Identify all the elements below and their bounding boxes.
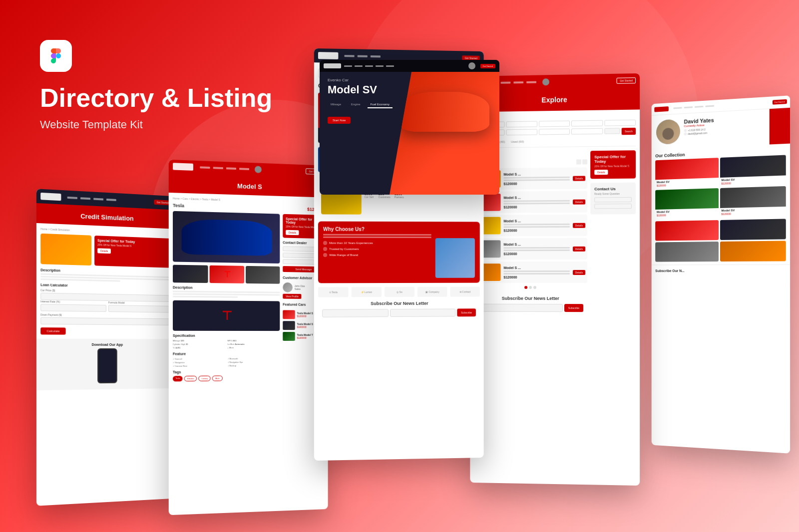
inv-details-3: Model S ... $120000 — [504, 219, 570, 232]
page-dot-2[interactable] — [529, 286, 532, 289]
spec-item: Mileage 120 — [173, 339, 226, 342]
filter-search-input[interactable] — [604, 128, 620, 134]
down-payment-input[interactable] — [40, 317, 171, 325]
model-s-nav-links — [200, 166, 249, 170]
explore-subscribe-btn[interactable]: Subscribe — [564, 304, 583, 312]
contact-us-email[interactable] — [594, 204, 632, 209]
calculate-btn[interactable]: Calculate — [40, 327, 65, 335]
david-newsletter: Subscribe Our N... — [652, 265, 790, 279]
sv-start-btn[interactable]: Start Now — [328, 117, 351, 124]
credit-nav-logo — [40, 193, 61, 201]
tag-luxury[interactable]: Luxury — [199, 376, 211, 381]
tag-tesla[interactable]: Tesla — [173, 376, 183, 381]
newsletter-last-name[interactable] — [390, 308, 455, 317]
david-nav-cta[interactable]: Get Started — [772, 99, 787, 105]
inv-offer-btn[interactable]: Details — [594, 170, 608, 175]
inv-specs-2 — [504, 200, 570, 204]
model-s-content: Home > Cars > Electric > Tesla > Model S… — [169, 193, 328, 389]
inv-specs-4 — [504, 247, 570, 251]
advisor-role: Sales — [295, 287, 305, 290]
sv-tab-engine[interactable]: Engine — [348, 101, 364, 108]
filter-model[interactable] — [506, 121, 537, 127]
explore-newsletter-input[interactable] — [478, 304, 563, 312]
view-profile-btn[interactable]: View Profile — [283, 294, 301, 299]
page-dot-3[interactable] — [533, 286, 536, 289]
model-s-header-title: Model S — [173, 180, 324, 193]
loan-calculator-section: Car Price ($) Interest Rate (%) Formula … — [40, 288, 171, 335]
filter-condition[interactable] — [539, 121, 570, 127]
explore-newsletter-title: Subscribe Our News Letter — [478, 296, 583, 301]
filter-transmission[interactable] — [571, 120, 603, 127]
model-s-logo — [173, 163, 193, 171]
sv-tab-mileage[interactable]: Mileage — [328, 101, 344, 108]
ms-offer-btn[interactable]: Details — [286, 230, 299, 236]
list-view-icon[interactable] — [582, 159, 587, 164]
credit-offer-btn[interactable]: Details — [97, 248, 111, 254]
filter-apply-btn[interactable]: Search — [622, 128, 636, 135]
model-s-thumb-grid: ⊤ — [173, 265, 280, 284]
spec-item: Le Mort Automatic — [227, 343, 280, 345]
why-item-1: More than 10 Years Experiences — [323, 241, 431, 245]
collection-nav-logo — [318, 52, 338, 59]
tag-ev[interactable]: Electric — [184, 376, 197, 381]
explore-nav-btn[interactable]: Get Started — [617, 77, 636, 84]
loan-mid-row: Interest Rate (%) Formula Model — [40, 300, 171, 313]
model-s-hero-img — [173, 211, 280, 264]
inv-special-offer: Special Offer for Today 20% Off for New … — [590, 150, 636, 179]
page-dot-1[interactable] — [524, 286, 527, 289]
feature-item: ✓ Navigation — [173, 361, 226, 364]
brand-1: ⊙ Tesla — [318, 287, 349, 297]
interest-input[interactable] — [40, 304, 106, 312]
sv-avatar — [468, 62, 475, 69]
why-desc-line — [323, 237, 431, 238]
filter-trim[interactable] — [506, 129, 537, 135]
spec-line — [504, 200, 570, 202]
brand-4: ▣ Company — [417, 287, 447, 297]
inv-btn-1[interactable]: Details — [573, 176, 585, 181]
sv-cta-nav-btn[interactable]: Get Started — [480, 64, 495, 68]
inv-btn-3[interactable]: Details — [573, 223, 585, 228]
david-car-grid: Model SV $120000 Model SV $120000 Model … — [652, 155, 790, 219]
feature-item: ✓ Bluetooth — [227, 357, 280, 360]
spec-grid: Mileage 120 MPG 24.5 Cylinder High 10 Le… — [173, 339, 280, 349]
contact-us-name[interactable] — [594, 197, 632, 203]
spec-item: Cylinder High 10 — [173, 343, 226, 345]
david-nav-link — [705, 105, 714, 107]
spec-line — [504, 272, 570, 274]
tag-auto[interactable]: Auto — [212, 375, 222, 381]
why-item-2: Trusted by Customers — [323, 247, 431, 251]
why-reason-3: Wide Range of Brand — [329, 254, 358, 257]
david-email: david@gmail.com — [688, 131, 707, 135]
filter-fuel-type[interactable] — [539, 129, 570, 135]
filter-color[interactable] — [571, 128, 603, 135]
why-dot-2 — [323, 247, 327, 251]
newsletter-first-name[interactable] — [322, 309, 389, 317]
tab-used[interactable]: Used (60) — [509, 139, 526, 145]
inv-btn-4[interactable]: Details — [573, 246, 585, 251]
grid-view-icon[interactable] — [576, 159, 581, 164]
nav-link — [213, 167, 223, 169]
desc-line — [173, 296, 238, 298]
hero-section: Directory & Listing Website Template Kit — [40, 40, 272, 131]
inv-name-2: Model S ... — [504, 195, 570, 199]
david-extra-car-3 — [655, 242, 718, 262]
download-title: Download Our App — [40, 343, 171, 346]
nav-link — [358, 55, 368, 57]
screen-credit-simulation: Get Started Credit Simulation Home > Cre… — [36, 189, 175, 506]
formula-input[interactable] — [108, 305, 171, 313]
inv-btn-2[interactable]: Details — [573, 199, 585, 204]
sv-car-subtitle: Evenko Car — [328, 78, 491, 82]
inv-specs-1 — [504, 176, 570, 181]
sv-tab-fuel[interactable]: Fuel Economy — [368, 101, 393, 108]
inv-btn-5[interactable]: Details — [573, 269, 585, 274]
filter-extra[interactable] — [604, 120, 636, 126]
fc-img-3 — [283, 332, 295, 341]
spec-line — [504, 179, 570, 181]
sv-tabs: Mileage Engine Fuel Economy — [328, 101, 491, 108]
why-img — [435, 238, 475, 278]
ms-desc-lines — [173, 290, 280, 298]
newsletter-subscribe-btn[interactable]: Subscribe — [457, 308, 476, 316]
brands-row: ⊙ Tesla ⚡ Lumen ◎ So ▣ Company ⊕ Contact — [318, 287, 480, 297]
nav-link — [67, 197, 77, 199]
inv-offer-title: Special Offer for Today — [594, 154, 632, 164]
